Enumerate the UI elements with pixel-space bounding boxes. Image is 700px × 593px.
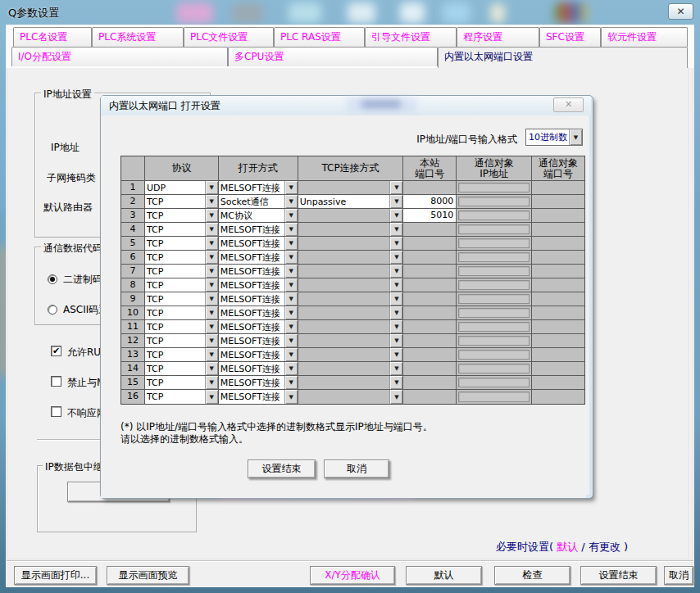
dialog-finish-setup-button[interactable]: 设置结束 [248,459,316,478]
ascii-radio[interactable] [48,305,57,315]
tcp-mode-dropdown[interactable]: ▼ [298,265,404,278]
default-link[interactable]: 默认 [557,541,578,553]
tab-plc-name[interactable]: PLC名设置 [13,27,92,47]
chevron-down-icon[interactable]: ▼ [205,265,218,278]
chevron-down-icon[interactable]: ▼ [389,390,402,404]
open-method-dropdown[interactable]: MELSOFT连接 ▼ [219,362,298,376]
tcp-mode-dropdown[interactable]: ▼ [298,320,404,334]
open-method-dropdown[interactable]: MELSOFT连接 ▼ [219,292,298,306]
protocol-dropdown[interactable]: TCP ▼ [145,278,219,292]
tab-plc-ras[interactable]: PLC RAS设置 [274,27,365,47]
host-port-cell[interactable]: 5010 [403,209,457,223]
tcp-mode-dropdown[interactable]: ▼ [298,334,404,348]
chevron-down-icon[interactable]: ▼ [284,195,298,208]
chevron-down-icon[interactable]: ▼ [205,376,218,389]
chevron-down-icon[interactable]: ▼ [284,181,298,194]
cancel-button[interactable]: 取消 [664,566,693,585]
open-method-dropdown[interactable]: MELSOFT连接 ▼ [219,278,298,292]
open-method-dropdown[interactable]: MC协议 ▼ [219,209,298,223]
chevron-down-icon[interactable]: ▼ [389,209,402,222]
protocol-dropdown[interactable]: TCP ▼ [145,320,219,334]
chevron-down-icon[interactable]: ▼ [284,376,298,389]
tab-boot-file[interactable]: 引导文件设置 [365,27,457,47]
chevron-down-icon[interactable]: ▼ [205,223,218,236]
chevron-down-icon[interactable]: ▼ [389,278,402,292]
allow-run-write-checkbox[interactable]: ✔ [51,346,61,356]
chevron-down-icon[interactable]: ▼ [389,292,402,306]
forbid-checkbox[interactable] [51,376,61,387]
xy-assignment-confirm-button[interactable]: X/Y分配确认 [310,566,395,585]
chevron-down-icon[interactable]: ▼ [284,278,298,292]
check-button[interactable]: 检查 [494,566,570,585]
chevron-down-icon[interactable]: ▼ [284,251,298,264]
finish-setup-button[interactable]: 设置结束 [580,566,657,585]
chevron-down-icon[interactable]: ▼ [389,223,402,236]
protocol-dropdown[interactable]: TCP ▼ [145,376,219,390]
tcp-mode-dropdown[interactable]: ▼ [298,237,404,251]
format-dropdown[interactable]: 10进制数 ▼ [525,129,583,146]
chevron-down-icon[interactable]: ▼ [284,362,298,375]
screen-preview-button[interactable]: 显示画面预览 [107,566,189,585]
tab-plc-system[interactable]: PLC系统设置 [92,27,184,47]
chevron-down-icon[interactable]: ▼ [284,292,298,306]
tcp-mode-dropdown[interactable]: ▼ [298,292,404,306]
protocol-dropdown[interactable]: TCP ▼ [145,306,219,320]
open-method-dropdown[interactable]: MELSOFT连接 ▼ [219,306,298,320]
chevron-down-icon[interactable]: ▼ [205,292,218,306]
chevron-down-icon[interactable]: ▼ [205,278,218,292]
chevron-down-icon[interactable]: ▼ [205,348,218,361]
chevron-down-icon[interactable]: ▼ [284,223,298,236]
protocol-dropdown[interactable]: TCP ▼ [145,334,219,348]
chevron-down-icon[interactable]: ▼ [284,348,298,361]
open-method-dropdown[interactable]: MELSOFT连接 ▼ [219,348,298,362]
chevron-down-icon[interactable]: ▼ [205,209,218,222]
chevron-down-icon[interactable]: ▼ [205,362,218,375]
tcp-mode-dropdown[interactable]: ▼ [298,223,404,237]
window-titlebar[interactable]: Q参数设置 ✕ [0,0,700,25]
tcp-mode-dropdown[interactable]: ▼ [298,362,404,376]
default-button[interactable]: 默认 [406,566,482,585]
tab-program[interactable]: 程序设置 [457,27,539,47]
tcp-mode-dropdown[interactable]: ▼ [298,278,404,292]
chevron-down-icon[interactable]: ▼ [205,320,218,333]
chevron-down-icon[interactable]: ▼ [284,237,298,250]
protocol-dropdown[interactable]: UDP ▼ [145,181,219,195]
window-close-button[interactable]: ✕ [668,3,693,20]
chevron-down-icon[interactable]: ▼ [205,390,218,404]
binary-radio[interactable] [48,274,57,284]
chevron-down-icon[interactable]: ▼ [284,265,298,278]
chevron-down-icon[interactable]: ▼ [205,195,218,208]
open-method-dropdown[interactable]: MELSOFT连接 ▼ [219,223,298,237]
chevron-down-icon[interactable]: ▼ [389,237,402,250]
dialog-cancel-button[interactable]: 取消 [324,459,389,478]
chevron-down-icon[interactable]: ▼ [205,334,218,347]
open-method-dropdown[interactable]: MELSOFT连接 ▼ [219,181,298,195]
tab-plc-file[interactable]: PLC文件设置 [184,27,274,47]
chevron-down-icon[interactable]: ▼ [284,209,298,222]
no-response-checkbox[interactable] [51,406,61,417]
chevron-down-icon[interactable]: ▼ [205,237,218,250]
tab-multi-cpu[interactable]: 多CPU设置 [228,47,438,66]
protocol-dropdown[interactable]: TCP ▼ [145,390,219,404]
protocol-dropdown[interactable]: TCP ▼ [145,209,219,223]
open-method-dropdown[interactable]: MELSOFT连接 ▼ [219,265,298,278]
protocol-dropdown[interactable]: TCP ▼ [145,251,219,265]
chevron-down-icon[interactable]: ▼ [284,390,298,404]
tab-builtin-ethernet[interactable]: 内置以太网端口设置 [438,47,688,68]
chevron-down-icon[interactable]: ▼ [389,376,402,389]
open-method-dropdown[interactable]: Socket通信 ▼ [219,195,298,209]
tcp-mode-dropdown[interactable]: ▼ [298,306,404,320]
chevron-down-icon[interactable]: ▼ [389,181,402,194]
chevron-down-icon[interactable]: ▼ [389,265,402,278]
protocol-dropdown[interactable]: TCP ▼ [145,237,219,251]
open-method-dropdown[interactable]: MELSOFT连接 ▼ [219,251,298,265]
protocol-dropdown[interactable]: TCP ▼ [145,292,219,306]
chevron-down-icon[interactable]: ▼ [389,320,402,333]
tcp-mode-dropdown[interactable]: Unpassive ▼ [298,195,404,209]
chevron-down-icon[interactable]: ▼ [389,362,402,375]
chevron-down-icon[interactable]: ▼ [389,334,402,347]
chevron-down-icon[interactable]: ▼ [205,251,218,264]
protocol-dropdown[interactable]: TCP ▼ [145,348,219,362]
dialog-close-button[interactable]: ✕ [553,97,584,112]
dialog-titlebar[interactable]: 内置以太网端口 打开设置 ✕ [101,96,591,115]
